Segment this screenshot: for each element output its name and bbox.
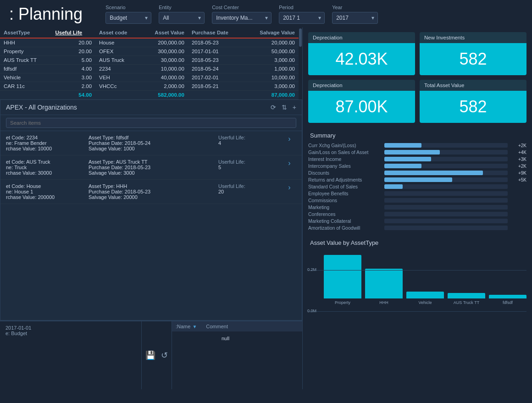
year-select[interactable]: 2017 xyxy=(332,12,378,24)
apex-item-left: et Code: 2234 ne: Frame Bender rchase Va… xyxy=(6,135,89,151)
salvage-value-cell: 10,000.00 xyxy=(244,73,299,82)
scenario-filter: Scenario Budget xyxy=(105,5,151,24)
apex-useful-life-label: Userful Life: xyxy=(218,135,283,140)
list-item: et Code: AUS Truck ne: Truck rchase Valu… xyxy=(0,155,302,180)
summary-row: Employee Benefits xyxy=(308,191,526,196)
apex-useful-life-value: 4 xyxy=(218,140,283,146)
asset-type-cell: Property xyxy=(0,47,51,56)
asset-table-container: AssetType Useful Life Asset code Asset V… xyxy=(0,28,302,99)
total-date xyxy=(188,91,244,99)
asset-table: AssetType Useful Life Asset code Asset V… xyxy=(0,28,299,99)
apex-useful-life-label: Userful Life: xyxy=(218,159,283,165)
add-button[interactable]: + xyxy=(293,104,296,111)
summary-row-label: Amortization of Goodwill xyxy=(308,225,382,231)
summary-bar xyxy=(384,164,421,168)
col-asset-code[interactable]: Asset code xyxy=(95,28,141,38)
summary-bar xyxy=(384,150,440,155)
col-asset-value[interactable]: Asset Value xyxy=(141,28,188,38)
summary-row: Returns and Adjustments +5K xyxy=(308,177,526,182)
summary-bar-container xyxy=(384,143,508,148)
asset-code-cell: AUS Truck xyxy=(95,56,141,65)
col-asset-type[interactable]: AssetType xyxy=(0,28,51,38)
summary-bar-container xyxy=(384,171,508,175)
kpi-row: Depreciation 42.03K New Investments 582 … xyxy=(308,28,526,127)
asset-type-cell: AUS Truck TT xyxy=(0,56,51,65)
apex-item-right: Userful Life: 5 xyxy=(218,159,283,170)
apex-purchase-date: Purchase Date: 2018-05-24 xyxy=(89,140,218,146)
apex-asset-name: ne: Truck xyxy=(6,165,89,170)
apex-useful-life-label: Userful Life: xyxy=(218,183,283,189)
chart-bar xyxy=(365,269,403,298)
purchase-date-cell: 2018-05-23 xyxy=(188,38,244,47)
chart-title: Asset Value by AssetType xyxy=(308,237,526,250)
entity-select[interactable]: All xyxy=(159,12,205,24)
apex-item-right: Userful Life: 20 xyxy=(218,183,283,194)
search-input[interactable] xyxy=(6,118,296,128)
cost-center-select-wrapper[interactable]: Inventory Ma... xyxy=(212,12,272,24)
kpi-value: 87.00K xyxy=(308,91,415,123)
sort-button[interactable]: ⇅ xyxy=(282,104,287,111)
table-row: Property 20.00 OFEX 300,000.00 2017-01-0… xyxy=(0,47,299,56)
summary-row-label: Marketing Collateral xyxy=(308,218,382,224)
summary-row: Discounts +9K xyxy=(308,170,526,176)
filter-icon[interactable]: ▼ xyxy=(192,324,197,329)
useful-life-cell: 2.00 xyxy=(51,82,95,91)
summary-bar-container xyxy=(384,198,508,203)
summary-row-label: Standard Cost of Sales xyxy=(308,184,382,189)
apex-item-arrow[interactable]: › xyxy=(283,183,296,192)
cost-center-filter: Cost Center Inventory Ma... xyxy=(212,5,272,24)
save-button[interactable]: 💾 xyxy=(145,350,155,360)
entity-filter: Entity All xyxy=(159,5,205,24)
useful-life-cell: 5.00 xyxy=(51,56,95,65)
apex-purchase-date: Purchase Date: 2018-05-23 xyxy=(89,165,218,170)
salvage-value-cell: 3,000.00 xyxy=(244,56,299,65)
apex-asset-name: ne: Frame Bender xyxy=(6,140,89,146)
summary-row: Standard Cost of Sales xyxy=(308,184,526,189)
bottom-table-area: :Name ▼ Comment null xyxy=(172,321,302,389)
apex-item-arrow[interactable]: › xyxy=(283,135,296,143)
scenario-select-wrapper[interactable]: Budget xyxy=(105,12,151,24)
comment-col-label: Comment xyxy=(206,324,228,329)
summary-row-value: +2K xyxy=(510,164,526,169)
total-row: 54.00 582,000.00 87,000.00 xyxy=(0,91,299,99)
cost-center-select[interactable]: Inventory Ma... xyxy=(212,12,272,24)
undo-button[interactable]: ↺ xyxy=(161,350,168,360)
apex-item-arrow[interactable]: › xyxy=(283,159,296,167)
scenario-select[interactable]: Budget xyxy=(105,12,151,24)
period-select-wrapper[interactable]: 2017 1 xyxy=(279,12,325,24)
total-salvage-value: 87,000.00 xyxy=(244,91,299,99)
summary-bar xyxy=(384,171,483,175)
bottom-table-body: null xyxy=(172,331,302,345)
period-select[interactable]: 2017 1 xyxy=(279,12,325,24)
total-label xyxy=(0,91,51,99)
kpi-header: Depreciation xyxy=(308,80,415,91)
cost-center-label: Cost Center xyxy=(212,5,272,10)
salvage-value-cell: 1,000.00 xyxy=(244,65,299,73)
search-bar xyxy=(0,115,302,131)
summary-bar xyxy=(384,157,431,161)
asset-code-cell: VEH xyxy=(95,73,141,82)
table-row: AUS Truck TT 5.00 AUS Truck 30,000.00 20… xyxy=(0,56,299,65)
kpi-header: Total Asset Value xyxy=(420,80,526,91)
apex-salvage-value: Salvage Value: 1000 xyxy=(89,146,218,151)
col-useful-life[interactable]: Useful Life xyxy=(51,28,95,38)
apex-useful-life-value: 5 xyxy=(218,165,283,170)
year-select-wrapper[interactable]: 2017 xyxy=(332,12,378,24)
apex-item-left: et Code: AUS Truck ne: Truck rchase Valu… xyxy=(6,159,89,176)
col-purchase-date[interactable]: Purchase Date xyxy=(188,28,244,38)
apex-salvage-value: Salvage Value: 3000 xyxy=(89,170,218,176)
summary-bar-container xyxy=(384,157,508,161)
refresh-button[interactable]: ⟳ xyxy=(271,104,276,111)
comment-col-header: Comment xyxy=(206,324,228,329)
gridline-top: 0.2M xyxy=(308,270,526,271)
col-salvage-value[interactable]: Salvage Value xyxy=(244,28,299,38)
summary-row-label: Gain/Loss on Sales of Asset xyxy=(308,149,382,155)
chart-bar-label: HHH xyxy=(379,300,388,305)
entity-select-wrapper[interactable]: All xyxy=(159,12,205,24)
bottom-table-header: :Name ▼ Comment xyxy=(172,321,302,331)
app-title: : Planning xyxy=(9,5,83,24)
useful-life-cell: 20.00 xyxy=(51,47,95,56)
summary-row-label: Commissions xyxy=(308,198,382,203)
bottom-panel: 2017-01-01 e: Budget 💾 ↺ :Name ▼ Comment xyxy=(0,320,302,389)
kpi-card-total-asset-value: Total Asset Value 582 xyxy=(420,80,526,123)
